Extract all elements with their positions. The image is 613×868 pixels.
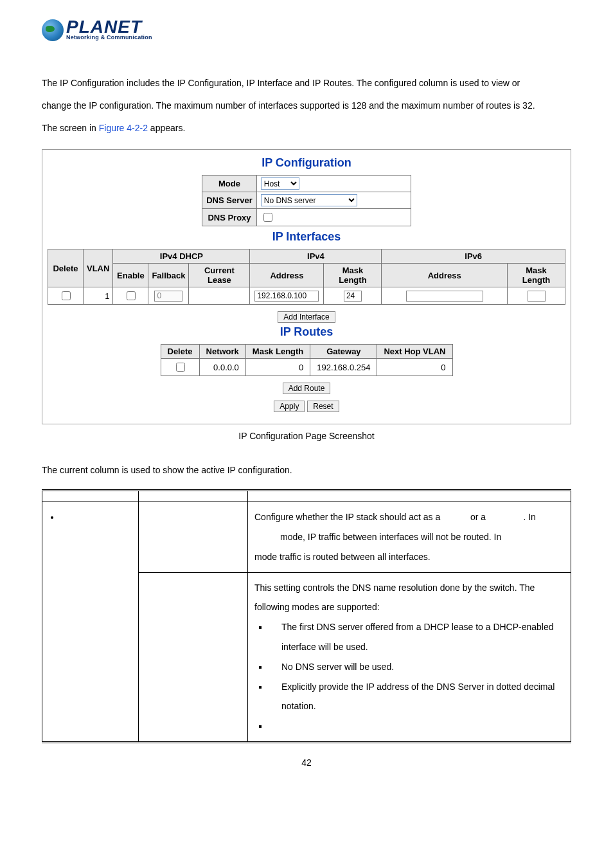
th-ipv6: IPv6 — [382, 249, 565, 264]
route-row: 0.0.0.0 0 192.168.0.254 0 — [161, 359, 452, 376]
intro-line-3a: The screen in — [42, 123, 99, 133]
if-enable-checkbox[interactable] — [127, 291, 136, 300]
th-ipv6-mask: Mask Length — [508, 264, 565, 287]
th-vlan: VLAN — [84, 249, 113, 287]
dns-server-label: DNS Server — [202, 192, 257, 209]
th-delete: Delete — [48, 249, 84, 287]
desc-col-object — [42, 491, 139, 502]
th-current-lease: Current Lease — [189, 264, 250, 287]
if-delete-checkbox[interactable] — [62, 291, 71, 300]
ip-config-panel: IP Configuration Mode Host DNS Server No… — [42, 149, 571, 424]
if-current-lease — [189, 287, 250, 305]
desc-col-item — [139, 491, 248, 502]
th-ipv4-mask: Mask Length — [324, 264, 382, 287]
desc-dns-text: This setting controls the DNS name resol… — [248, 572, 571, 742]
routes-table: Delete Network Mask Length Gateway Next … — [161, 344, 453, 376]
ip-routes-title: IP Routes — [42, 325, 571, 339]
config-table: Mode Host DNS Server No DNS server DNS P… — [202, 175, 411, 226]
brand-text: PLANET — [66, 20, 152, 34]
rt-th-mask: Mask Length — [245, 345, 310, 359]
intro-line-3b: appears. — [148, 123, 185, 133]
rt-th-delete: Delete — [161, 345, 199, 359]
dns-proxy-checkbox[interactable] — [263, 213, 272, 222]
interface-row: 1 — [48, 287, 565, 305]
description-table: Configure whether the IP stack should ac… — [42, 489, 571, 743]
apply-button[interactable]: Apply — [274, 401, 305, 412]
if-vlan: 1 — [84, 287, 113, 305]
th-ipv4-dhcp: IPv4 DHCP — [113, 249, 250, 264]
desc-mode-label — [139, 502, 248, 572]
if-ipv6-address-input[interactable] — [406, 291, 483, 302]
desc-mode-text: Configure whether the IP stack should ac… — [248, 502, 571, 572]
logo: PLANET Networking & Communication — [42, 19, 571, 41]
th-ipv4-address: Address — [250, 264, 324, 287]
figure-caption: IP Configuration Page Screenshot — [42, 431, 571, 441]
rt-th-network: Network — [199, 345, 245, 359]
rt-network: 0.0.0.0 — [199, 359, 245, 376]
rt-gateway: 192.168.0.254 — [310, 359, 377, 376]
desc-col-desc — [248, 491, 571, 502]
mode-label: Mode — [202, 176, 257, 192]
intro-line-2: change the IP configuration. The maximum… — [42, 100, 535, 111]
brand-tagline: Networking & Communication — [66, 34, 152, 41]
ip-config-title: IP Configuration — [42, 156, 571, 170]
dns-proxy-label: DNS Proxy — [202, 209, 257, 226]
rt-mask: 0 — [245, 359, 310, 376]
globe-icon — [42, 19, 64, 41]
intro-line-1: The IP Configuration includes the IP Con… — [42, 78, 520, 88]
desc-dns-label — [139, 572, 248, 742]
dns-server-select[interactable]: No DNS server — [261, 194, 357, 206]
mode-select[interactable]: Host — [261, 177, 299, 190]
ip-interfaces-title: IP Interfaces — [42, 230, 571, 244]
desc-object-cell — [42, 502, 139, 743]
intro-paragraph: The IP Configuration includes the IP Con… — [42, 73, 571, 138]
th-enable: Enable — [113, 264, 148, 287]
add-route-button[interactable]: Add Route — [283, 383, 331, 394]
if-fallback-input[interactable] — [154, 291, 182, 302]
figure-link[interactable]: Figure 4-2-2 — [99, 123, 148, 133]
rt-delete-checkbox[interactable] — [176, 363, 185, 372]
rt-nexthop: 0 — [377, 359, 452, 376]
if-ipv6-mask-input[interactable] — [528, 291, 546, 302]
rt-th-nexthop: Next Hop VLAN — [377, 345, 452, 359]
th-ipv6-address: Address — [382, 264, 508, 287]
interfaces-table: Delete VLAN IPv4 DHCP IPv4 IPv6 Enable F… — [48, 249, 565, 305]
th-fallback: Fallback — [148, 264, 189, 287]
if-ipv4-mask-input[interactable] — [344, 291, 362, 302]
current-column-text: The current column is used to show the a… — [42, 460, 571, 480]
add-interface-button[interactable]: Add Interface — [278, 311, 335, 323]
rt-th-gateway: Gateway — [310, 345, 377, 359]
page-number: 42 — [42, 757, 571, 768]
reset-button[interactable]: Reset — [307, 401, 339, 412]
th-ipv4: IPv4 — [250, 249, 382, 264]
if-ipv4-address-input[interactable] — [254, 291, 319, 302]
